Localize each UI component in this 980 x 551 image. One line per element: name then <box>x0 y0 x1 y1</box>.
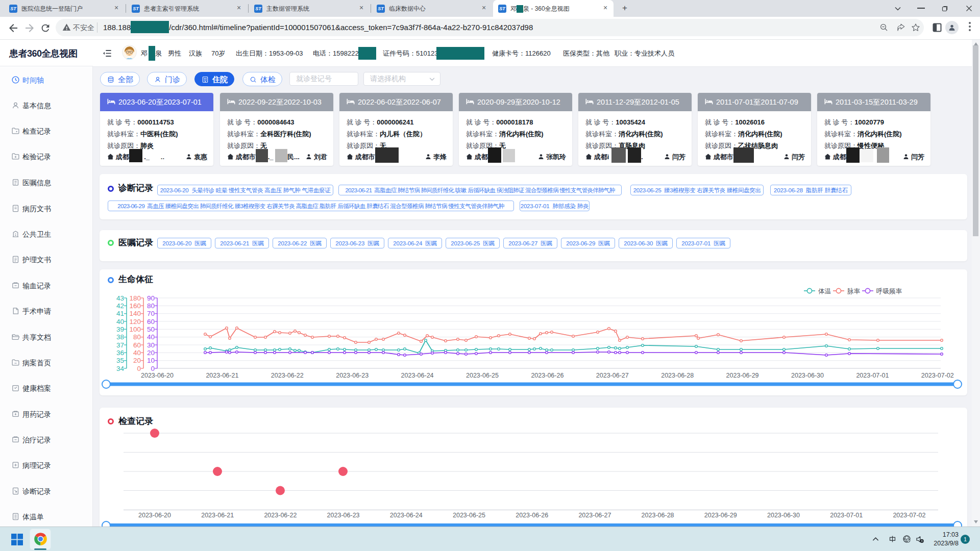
svg-text:体温: 体温 <box>818 288 831 295</box>
svg-text:35: 35 <box>116 357 124 364</box>
svg-text:80: 80 <box>147 302 155 310</box>
svg-text:2023-06-27: 2023-06-27 <box>596 372 629 379</box>
svg-text:20: 20 <box>133 357 141 364</box>
svg-text:37: 37 <box>116 341 124 349</box>
svg-text:38: 38 <box>116 333 124 341</box>
svg-text:140: 140 <box>129 310 141 317</box>
svg-text:20: 20 <box>147 349 155 357</box>
svg-text:2023-06-30: 2023-06-30 <box>791 372 824 379</box>
svg-text:2023-07-02: 2023-07-02 <box>893 512 925 519</box>
svg-text:2023-06-25: 2023-06-25 <box>466 372 499 379</box>
svg-text:2023-06-20: 2023-06-20 <box>138 512 171 519</box>
svg-text:2023-06-21: 2023-06-21 <box>206 372 238 379</box>
svg-text:2023-06-20: 2023-06-20 <box>141 372 174 379</box>
svg-text:40: 40 <box>147 333 155 341</box>
svg-text:70: 70 <box>147 310 155 317</box>
svg-text:36: 36 <box>116 349 124 357</box>
svg-text:2023-06-22: 2023-06-22 <box>271 372 304 379</box>
svg-text:10: 10 <box>147 357 155 364</box>
svg-text:40: 40 <box>133 349 141 357</box>
svg-text:2023-06-26: 2023-06-26 <box>531 372 564 379</box>
svg-text:2023-06-28: 2023-06-28 <box>661 372 694 379</box>
svg-text:34: 34 <box>116 365 125 372</box>
svg-text:2023-06-22: 2023-06-22 <box>264 512 297 519</box>
svg-text:41: 41 <box>116 310 124 317</box>
svg-text:39: 39 <box>116 325 124 333</box>
svg-text:120: 120 <box>129 318 141 325</box>
svg-text:80: 80 <box>133 333 141 341</box>
svg-text:0: 0 <box>137 365 141 372</box>
svg-text:60: 60 <box>147 318 155 325</box>
svg-text:180: 180 <box>129 294 141 302</box>
svg-text:100: 100 <box>129 325 141 333</box>
svg-text:40: 40 <box>116 318 124 325</box>
svg-text:2023-06-23: 2023-06-23 <box>327 512 360 519</box>
svg-text:2023-06-30: 2023-06-30 <box>767 512 800 519</box>
svg-text:2023-07-01: 2023-07-01 <box>856 372 889 379</box>
svg-text:90: 90 <box>147 294 155 302</box>
svg-text:43: 43 <box>116 294 124 302</box>
svg-text:30: 30 <box>147 341 155 349</box>
svg-text:2023-06-24: 2023-06-24 <box>390 512 423 519</box>
svg-text:2023-06-23: 2023-06-23 <box>336 372 369 379</box>
svg-text:2023-07-01: 2023-07-01 <box>830 512 863 519</box>
svg-text:2023-06-29: 2023-06-29 <box>704 512 737 519</box>
svg-text:2023-06-25: 2023-06-25 <box>453 512 485 519</box>
svg-text:2023-06-24: 2023-06-24 <box>401 372 434 379</box>
svg-text:2023-06-27: 2023-06-27 <box>578 512 611 519</box>
svg-text:0: 0 <box>151 365 155 372</box>
svg-text:42: 42 <box>116 302 124 310</box>
svg-text:呼吸频率: 呼吸频率 <box>876 288 902 295</box>
svg-text:2023-06-26: 2023-06-26 <box>516 512 548 519</box>
svg-text:50: 50 <box>147 325 155 333</box>
svg-text:2023-06-28: 2023-06-28 <box>642 512 674 519</box>
svg-text:2023-07-02: 2023-07-02 <box>921 372 954 379</box>
svg-text:2023-06-29: 2023-06-29 <box>726 372 759 379</box>
svg-text:160: 160 <box>129 302 141 310</box>
svg-text:60: 60 <box>133 341 141 349</box>
svg-text:脉率: 脉率 <box>847 288 861 295</box>
svg-text:2023-06-21: 2023-06-21 <box>201 512 234 519</box>
